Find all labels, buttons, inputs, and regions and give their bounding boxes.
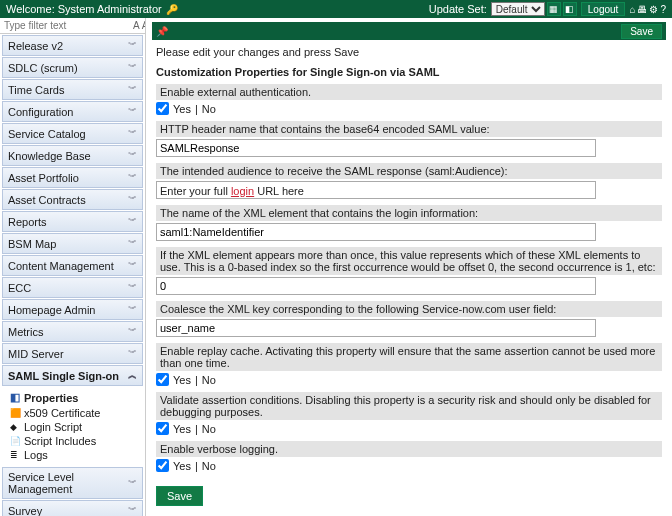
sidebar-item[interactable]: Content Management︾ xyxy=(2,255,143,276)
logs-icon: ≣ xyxy=(10,450,20,460)
login-elem-input[interactable] xyxy=(156,223,596,241)
text-size-small-icon[interactable]: A xyxy=(133,20,140,31)
audience-input[interactable]: Enter your full login URL here xyxy=(156,181,596,199)
filter-input[interactable] xyxy=(4,20,131,31)
chevron-down-icon: ︾ xyxy=(128,347,137,360)
sidebar-item[interactable]: Knowledge Base︾ xyxy=(2,145,143,166)
sidebar-subtree: ◧ Properties 🟧x509 Certificate ◆Login Sc… xyxy=(0,387,145,466)
help-icon[interactable]: ? xyxy=(660,4,666,15)
chevron-down-icon: ︾ xyxy=(128,83,137,96)
sidebar-item-label: Survey xyxy=(8,505,42,517)
sidebar-item[interactable]: Time Cards︾ xyxy=(2,79,143,100)
prop-login-elem-label: The name of the XML element that contain… xyxy=(156,205,662,221)
pin-icon[interactable]: 📌 xyxy=(156,26,168,37)
sidebar-item[interactable]: Asset Portfolio︾ xyxy=(2,167,143,188)
logout-button[interactable]: Logout xyxy=(581,2,626,16)
index-input[interactable] xyxy=(156,277,596,295)
page-title: Customization Properties for Single Sign… xyxy=(156,66,662,78)
sidebar: A A ☆ ↻ Release v2︾SDLC (scrum)︾Time Car… xyxy=(0,18,146,516)
welcome-label: Welcome: System Administrator xyxy=(6,3,162,15)
prop-userfield-label: Coalesce the XML key corresponding to th… xyxy=(156,301,662,317)
enable-auth-checkbox[interactable] xyxy=(156,102,169,115)
replay-checkbox[interactable] xyxy=(156,373,169,386)
chevron-down-icon: ︾ xyxy=(128,149,137,162)
sidebar-item-label: Asset Portfolio xyxy=(8,172,79,184)
sidebar-item[interactable]: BSM Map︾ xyxy=(2,233,143,254)
userfield-input[interactable] xyxy=(156,319,596,337)
sidebar-item-label: Time Cards xyxy=(8,84,64,96)
assert-checkbox[interactable] xyxy=(156,422,169,435)
sidebar-item-label: Homepage Admin xyxy=(8,304,95,316)
chevron-down-icon: ︾ xyxy=(128,105,137,118)
prop-verbose-label: Enable verbose logging. xyxy=(156,441,662,457)
sidebar-item-saml-sso[interactable]: SAML Single Sign-on ︽ xyxy=(2,365,143,386)
sidebar-link-logs[interactable]: ≣Logs xyxy=(10,448,141,462)
chevron-up-icon: ︽ xyxy=(128,369,137,382)
edit-hint: Please edit your changes and press Save xyxy=(156,46,662,58)
prop-assert-control: Yes|No xyxy=(156,422,662,435)
prop-assert-label: Validate assertion conditions. Disabling… xyxy=(156,392,662,420)
script-icon: ◆ xyxy=(10,422,20,432)
prop-enable-auth-control: Yes|No xyxy=(156,102,662,115)
sidebar-link-script-includes[interactable]: 📄Script Includes xyxy=(10,434,141,448)
chevron-down-icon: ︾ xyxy=(128,39,137,52)
sidebar-item[interactable]: Release v2︾ xyxy=(2,35,143,56)
sidebar-item-label: SAML Single Sign-on xyxy=(8,370,119,382)
prop-replay-label: Enable replay cache. Activating this pro… xyxy=(156,343,662,371)
sidebar-link-login-script[interactable]: ◆Login Script xyxy=(10,420,141,434)
sidebar-item[interactable]: Service Level Management︾ xyxy=(2,467,143,499)
sidebar-item-label: Knowledge Base xyxy=(8,150,91,162)
sidebar-link-x509[interactable]: 🟧x509 Certificate xyxy=(10,406,141,420)
sidebar-item-label: MID Server xyxy=(8,348,64,360)
save-button-top[interactable]: Save xyxy=(621,24,662,39)
chevron-down-icon: ︾ xyxy=(128,127,137,140)
prop-replay-control: Yes|No xyxy=(156,373,662,386)
script-includes-icon: 📄 xyxy=(10,436,20,446)
sidebar-item-label: Release v2 xyxy=(8,40,63,52)
sidebar-item[interactable]: Configuration︾ xyxy=(2,101,143,122)
prop-header-name-label: HTTP header name that contains the base6… xyxy=(156,121,662,137)
debug-icon[interactable]: ⚙ xyxy=(649,4,658,15)
update-set-view-button[interactable]: ▦ xyxy=(547,2,561,16)
header-icon-group: ⌂ 🖶 ⚙ ? xyxy=(629,4,666,15)
sidebar-item[interactable]: Homepage Admin︾ xyxy=(2,299,143,320)
sidebar-item[interactable]: Service Catalog︾ xyxy=(2,123,143,144)
sidebar-item-label: Reports xyxy=(8,216,47,228)
sidebar-item-label: Configuration xyxy=(8,106,73,118)
sidebar-sub-properties[interactable]: ◧ Properties xyxy=(10,389,141,406)
update-set-pick-button[interactable]: ◧ xyxy=(563,2,577,16)
prop-index-label: If the XML element appears more than onc… xyxy=(156,247,662,275)
prop-audience-label: The intended audience to receive the SAM… xyxy=(156,163,662,179)
properties-icon: ◧ xyxy=(10,391,20,404)
sidebar-item[interactable]: Survey︾ xyxy=(2,500,143,516)
chevron-down-icon: ︾ xyxy=(128,61,137,74)
sidebar-item[interactable]: Reports︾ xyxy=(2,211,143,232)
sidebar-item-label: Content Management xyxy=(8,260,114,272)
sidebar-item-label: Asset Contracts xyxy=(8,194,86,206)
save-button-bottom[interactable]: Save xyxy=(156,486,203,506)
verbose-checkbox[interactable] xyxy=(156,459,169,472)
prop-enable-auth-label: Enable external authentication. xyxy=(156,84,662,100)
login-url-link[interactable]: login xyxy=(231,185,254,197)
update-set-select[interactable]: Default xyxy=(491,2,545,16)
chevron-down-icon: ︾ xyxy=(128,193,137,206)
sidebar-item[interactable]: Asset Contracts︾ xyxy=(2,189,143,210)
sidebar-item-label: Service Catalog xyxy=(8,128,86,140)
chevron-down-icon: ︾ xyxy=(128,259,137,272)
sidebar-item[interactable]: Metrics︾ xyxy=(2,321,143,342)
sidebar-item[interactable]: ECC︾ xyxy=(2,277,143,298)
chevron-down-icon: ︾ xyxy=(128,171,137,184)
certificate-icon: 🟧 xyxy=(10,408,20,418)
sidebar-item[interactable]: MID Server︾ xyxy=(2,343,143,364)
top-bar: Welcome: System Administrator 🔑 Update S… xyxy=(0,0,672,18)
chevron-down-icon: ︾ xyxy=(128,237,137,250)
content-toolbar: 📌 Save xyxy=(152,22,666,40)
sidebar-item[interactable]: SDLC (scrum)︾ xyxy=(2,57,143,78)
sidebar-item-label: Metrics xyxy=(8,326,43,338)
prop-verbose-control: Yes|No xyxy=(156,459,662,472)
chevron-down-icon: ︾ xyxy=(128,504,137,516)
update-set-label: Update Set: xyxy=(429,3,487,15)
header-name-input[interactable] xyxy=(156,139,596,157)
print-icon[interactable]: 🖶 xyxy=(637,4,647,15)
home-icon[interactable]: ⌂ xyxy=(629,4,635,15)
